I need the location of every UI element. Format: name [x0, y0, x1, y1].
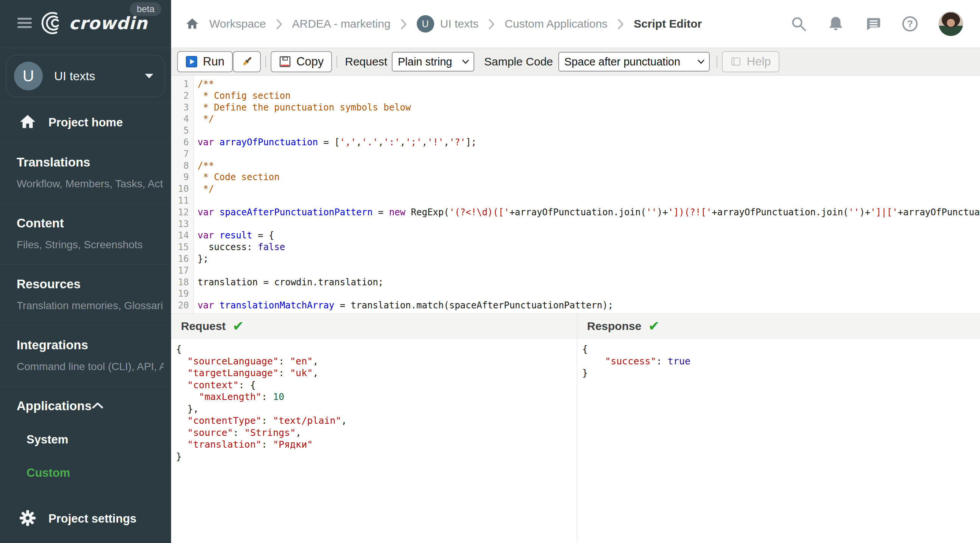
breadcrumb-item-workspace[interactable]: Workspace	[209, 17, 266, 30]
sidebar-item-project-settings[interactable]: Project settings	[0, 499, 171, 538]
run-label: Run	[203, 55, 224, 68]
response-panel-header: Response ✔	[577, 313, 980, 339]
breadcrumb: WorkspaceARDEA - marketingUUI textsCusto…	[186, 15, 702, 33]
breadcrumb-item-ardea---marketing[interactable]: ARDEA - marketing	[292, 17, 391, 30]
json-line: "translation": "Рядки"	[176, 438, 577, 451]
json-line: "source": "Strings",	[176, 427, 577, 439]
line-number: 16	[171, 253, 194, 265]
line-number: 13	[171, 218, 194, 230]
line-number: 12	[171, 206, 194, 218]
sidebar-group-applications: ApplicationsSystemCustom	[0, 386, 171, 499]
sidebar-section-resources[interactable]: ResourcesTranslation memories, Glossari…	[0, 265, 171, 325]
json-line: {	[176, 343, 577, 355]
breadcrumb-label: ARDEA - marketing	[292, 17, 391, 30]
copy-button[interactable]: Copy	[270, 51, 332, 72]
request-response-panels: Request ✔ Response ✔ { "sourceLanguage":…	[171, 313, 980, 543]
code-line-text: var spaceAfterPunctuationPattern = new R…	[194, 206, 980, 218]
code-line-text: * Define the punctuation symbols below	[194, 102, 411, 114]
menu-toggle-button[interactable]	[18, 18, 33, 30]
toolbar-separator	[265, 56, 266, 68]
code-content: 1/**2 * Config section3 * Define the pun…	[171, 76, 980, 313]
script-toolbar: Run Copy	[171, 48, 980, 76]
sidebar-item-label: Project home	[48, 116, 123, 129]
code-editor[interactable]: 1/**2 * Config section3 * Define the pun…	[171, 76, 980, 313]
run-button[interactable]: Run	[177, 51, 233, 72]
code-line: 16};	[171, 253, 980, 265]
json-line: "contentType": "text/plain",	[176, 415, 577, 427]
code-line: 9 * Code section	[171, 171, 980, 183]
code-line-text: translation = crowdin.translation;	[194, 276, 383, 288]
breadcrumb-home-icon[interactable]	[186, 17, 199, 31]
search-icon[interactable]	[790, 15, 807, 33]
success-check-icon: ✔	[232, 318, 244, 334]
line-number: 4	[171, 113, 194, 125]
top-bar: WorkspaceARDEA - marketingUUI textsCusto…	[171, 0, 980, 48]
code-line: 14var result = {	[171, 230, 980, 241]
sidebar-item-label: Project settings	[48, 512, 137, 526]
request-panel-header: Request ✔	[171, 313, 577, 339]
chevron-right-icon	[618, 19, 624, 29]
save-icon	[279, 56, 291, 68]
sidebar-section-title: Translations	[17, 155, 164, 170]
svg-text:?: ?	[907, 19, 913, 29]
response-panel-title: Response	[587, 320, 641, 333]
chat-icon[interactable]	[864, 15, 881, 33]
sidebar-item-system[interactable]: System	[17, 433, 156, 446]
code-line: 17	[171, 265, 980, 276]
request-mode-select[interactable]: Plain string	[392, 52, 474, 71]
sidebar-group-header[interactable]: Applications	[17, 399, 156, 413]
toolbar-separator	[716, 56, 717, 68]
project-switcher[interactable]: U UI texts	[6, 55, 165, 97]
sample-code-select[interactable]: Space after punctuation	[558, 52, 710, 71]
bell-icon[interactable]	[827, 15, 845, 33]
crowdin-logo[interactable]: crowdin	[41, 11, 148, 36]
code-line: 10 */	[171, 183, 980, 195]
chevron-right-icon	[401, 19, 407, 29]
sidebar-section-content[interactable]: ContentFiles, Strings, Screenshots	[0, 203, 171, 264]
chevron-down-icon	[145, 74, 153, 78]
line-number: 5	[171, 125, 194, 137]
sidebar-section-integrations[interactable]: IntegrationsCommand line tool (CLI), API…	[0, 325, 171, 386]
code-line: 13	[171, 218, 980, 230]
json-line: "maxLength": 10	[176, 391, 577, 403]
json-line: {	[582, 343, 980, 355]
line-number: 10	[171, 183, 194, 195]
sample-code-label: Sample Code	[484, 55, 553, 68]
breadcrumb-label: UI texts	[440, 17, 479, 30]
sidebar-header: crowdin beta	[0, 0, 171, 48]
user-avatar[interactable]	[939, 11, 963, 37]
json-line: "context": {	[176, 379, 577, 391]
crowdin-logo-icon	[41, 11, 66, 36]
code-line-text	[194, 265, 197, 276]
code-line-text: * Config section	[194, 90, 291, 102]
code-line-text: success: false	[194, 241, 285, 253]
code-line-text: */	[194, 183, 214, 195]
breadcrumb-item-ui-texts[interactable]: UUI texts	[417, 15, 479, 33]
sidebar-item-project-home[interactable]: Project home	[0, 103, 171, 142]
crowdin-wordmark: crowdin	[69, 13, 148, 33]
json-line: "sourceLanguage": "en",	[176, 355, 577, 367]
sidebar-group-title: Applications	[17, 399, 92, 413]
json-line: }	[582, 367, 980, 379]
code-line-text	[194, 125, 197, 137]
hamburger-icon	[18, 18, 32, 20]
chevron-down-icon	[462, 59, 469, 64]
sidebar-section-title: Content	[17, 216, 164, 230]
request-json-editor[interactable]: { "sourceLanguage": "en", "targetLanguag…	[171, 339, 577, 543]
line-number: 8	[171, 160, 194, 172]
code-line: 5	[171, 125, 980, 137]
run-play-icon	[186, 56, 197, 68]
code-line: 1/**	[171, 78, 980, 90]
line-number: 14	[171, 230, 194, 241]
sidebar-item-custom[interactable]: Custom	[17, 466, 156, 480]
line-number: 18	[171, 276, 194, 288]
breadcrumb-item-custom-applications[interactable]: Custom Applications	[504, 17, 608, 30]
gear-icon	[19, 509, 37, 528]
help-icon[interactable]: ?	[901, 15, 919, 33]
home-icon	[19, 113, 37, 132]
sidebar: crowdin beta U UI texts Project homeTran…	[0, 0, 171, 543]
format-button[interactable]	[233, 51, 261, 72]
sidebar-section-translations[interactable]: TranslationsWorkflow, Members, Tasks, Ac…	[0, 143, 171, 203]
sample-code-value: Space after punctuation	[565, 56, 680, 68]
sidebar-section-subtitle: Translation memories, Glossari…	[17, 300, 164, 312]
